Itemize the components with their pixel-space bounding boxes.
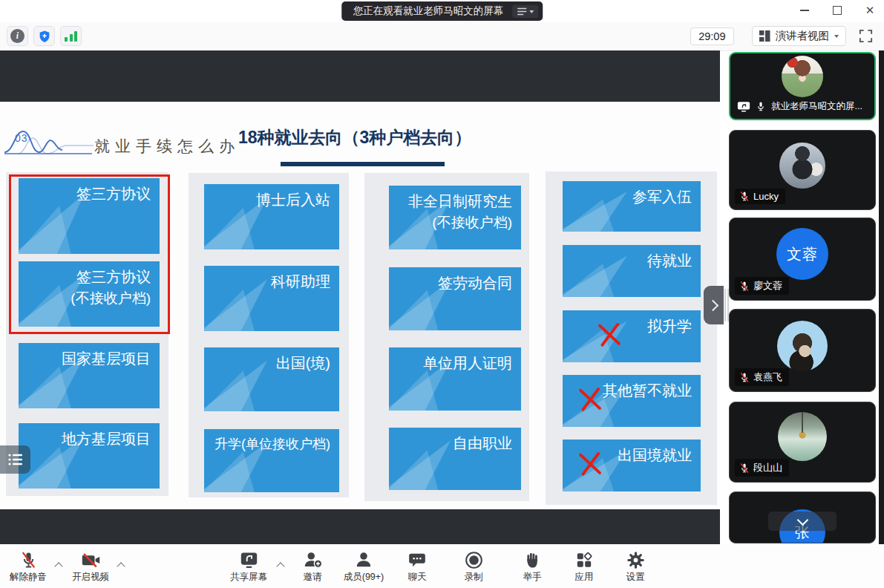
watching-banner[interactable]: 您正在观看就业老师马昭文的屏幕 xyxy=(341,1,543,21)
slide-column-1: 签三方协议签三方协议(不接收户档)国家基层项目地方基层项目 xyxy=(6,172,168,496)
participant-tile[interactable]: Lucky xyxy=(729,130,876,210)
members-button[interactable]: 成员(99+) xyxy=(337,549,390,584)
toolbar-item-label: 解除静音 xyxy=(1,571,55,584)
expand-options-caret[interactable] xyxy=(54,562,63,571)
toolbar-item-label: 邀请 xyxy=(286,571,339,584)
employment-option-box: 科研助理 xyxy=(204,266,339,331)
avatar xyxy=(777,321,828,371)
mic-muted-icon xyxy=(739,463,750,474)
members-icon xyxy=(337,549,390,570)
chevron-down-icon xyxy=(834,35,839,40)
mic-muted-icon xyxy=(739,191,750,202)
floating-list-button xyxy=(0,445,30,474)
settings-button[interactable]: 设置 xyxy=(609,549,662,584)
avatar xyxy=(782,56,823,97)
signal-bars-icon xyxy=(65,31,77,42)
participant-name: 段山山 xyxy=(753,461,782,474)
employment-option-label: 签劳动合同 xyxy=(396,272,512,294)
meeting-toolbar: 解除静音开启视频共享屏幕邀请成员(99+)聊天录制举手应用设置 离开会议 xyxy=(0,544,884,588)
employment-option-label: 升学(单位接收户档) xyxy=(212,434,330,454)
chevron-right-icon xyxy=(707,299,719,311)
apps-button[interactable]: 应用 xyxy=(557,549,611,584)
slide-column-3: 非全日制研究生(不接收户档)签劳动合同单位用人证明自由职业 xyxy=(364,173,529,501)
employment-option-label: 地方基层项目 xyxy=(26,428,151,450)
employment-option-box: 参军入伍 xyxy=(563,181,701,232)
screen-share-icon xyxy=(737,101,750,113)
employment-option-box: 出国(境) xyxy=(204,347,339,411)
expand-options-caret[interactable] xyxy=(276,562,285,571)
raise-hand-button[interactable]: 举手 xyxy=(505,549,559,584)
participant-label: 袁燕飞 xyxy=(735,368,789,386)
section-number: 03 xyxy=(15,132,28,144)
fullscreen-button[interactable] xyxy=(856,26,876,46)
raise-hand-icon xyxy=(505,549,559,570)
avatar xyxy=(779,143,825,189)
employment-option-box: 单位用人证明 xyxy=(389,347,521,411)
minimize-button[interactable] xyxy=(796,2,813,19)
employment-option-box: 签劳动合同 xyxy=(389,267,521,330)
employment-option-label: 自由职业 xyxy=(396,433,512,454)
presentation-slide: 03 就业手续怎么办 18种就业去向（3种户档去向） 签三方协议签三方协议(不接… xyxy=(0,102,720,509)
close-button[interactable]: ✕ xyxy=(862,2,878,19)
maximize-button[interactable] xyxy=(829,2,845,19)
participant-name: 就业老师马昭文的屏... xyxy=(771,100,862,113)
employment-option-label: 单位用人证明 xyxy=(396,353,512,374)
participant-name: Lucky xyxy=(753,191,779,202)
employment-option-label: 出国(境) xyxy=(212,353,330,374)
title-underline xyxy=(281,162,445,166)
employment-option-box: 博士后入站 xyxy=(204,184,339,249)
employment-option-box: 国家基层项目 xyxy=(19,343,160,408)
invite-icon xyxy=(286,549,339,570)
layout-icon xyxy=(759,30,770,42)
camera-muted-icon xyxy=(64,549,117,570)
chat-button[interactable]: 聊天 xyxy=(390,549,444,584)
start-video-button[interactable]: 开启视频 xyxy=(64,549,117,584)
employment-option-box: 非全日制研究生(不接收户档) xyxy=(389,186,521,249)
record-button[interactable]: 录制 xyxy=(447,549,500,584)
sidebar-collapse-handle[interactable] xyxy=(704,286,724,324)
expand-options-caret[interactable] xyxy=(117,562,125,571)
banner-menu-icon[interactable] xyxy=(512,5,538,18)
red-cross-mark xyxy=(576,385,604,417)
participant-tile[interactable]: 段山山 xyxy=(729,402,876,483)
watching-banner-text: 您正在观看就业老师马昭文的屏幕 xyxy=(353,4,504,18)
shared-screen-top-band xyxy=(0,50,720,102)
meeting-timer: 29:09 xyxy=(690,27,733,45)
participant-label: Lucky xyxy=(735,189,785,204)
meeting-info-button[interactable]: i xyxy=(7,26,28,46)
share-screen-button[interactable]: 共享屏幕 xyxy=(222,549,275,584)
security-button[interactable] xyxy=(33,26,55,46)
chevron-down-icon xyxy=(529,10,534,16)
participant-tile[interactable]: 袁燕飞 xyxy=(729,309,876,392)
view-mode-button[interactable]: 演讲者视图 xyxy=(752,26,847,46)
participant-tile[interactable]: 就业老师马昭文的屏... xyxy=(729,52,876,120)
slide-column-4: 参军入伍待就业拟升学其他暂不就业出国境就业 xyxy=(546,172,717,505)
toolbar-item-label: 设置 xyxy=(609,571,662,584)
shared-screen-view: 03 就业手续怎么办 18种就业去向（3种户档去向） 签三方协议签三方协议(不接… xyxy=(0,50,720,544)
network-status-button[interactable] xyxy=(60,26,82,46)
red-cross-mark xyxy=(595,320,623,353)
list-icon xyxy=(7,453,24,466)
chevron-up-icon xyxy=(117,562,125,570)
highlight-frame xyxy=(9,174,170,334)
scroll-down-indicator[interactable] xyxy=(768,512,836,531)
employment-option-label: 参军入伍 xyxy=(570,186,692,208)
invite-button[interactable]: 邀请 xyxy=(286,549,339,584)
titlebar: 您正在观看就业老师马昭文的屏幕 ✕ xyxy=(0,0,884,22)
toolbar-item-label: 聊天 xyxy=(390,571,444,584)
unmute-button[interactable]: 解除静音 xyxy=(1,549,55,584)
employment-option-box: 出国境就业 xyxy=(563,440,701,491)
participant-tile[interactable]: 文蓉廖文蓉 xyxy=(729,218,876,301)
toolbar-item-label: 成员(99+) xyxy=(337,571,390,584)
slide-column-2: 博士后入站科研助理出国(境)升学(单位接收户档) xyxy=(189,173,349,497)
screen-share-icon xyxy=(222,549,275,570)
chat-icon xyxy=(390,549,444,570)
employment-option-label: 国家基层项目 xyxy=(26,348,151,370)
employment-option-box: 升学(单位接收户档) xyxy=(204,429,339,492)
slide-title: 18种就业去向（3种户档去向） xyxy=(238,126,471,149)
employment-option-label: 博士后入站 xyxy=(212,189,330,211)
participant-name: 廖文蓉 xyxy=(753,279,782,293)
participant-tile[interactable]: 张 xyxy=(729,491,876,543)
employment-option-label: 待就业 xyxy=(570,250,692,272)
sidebar-scroll-track[interactable] xyxy=(879,50,884,544)
